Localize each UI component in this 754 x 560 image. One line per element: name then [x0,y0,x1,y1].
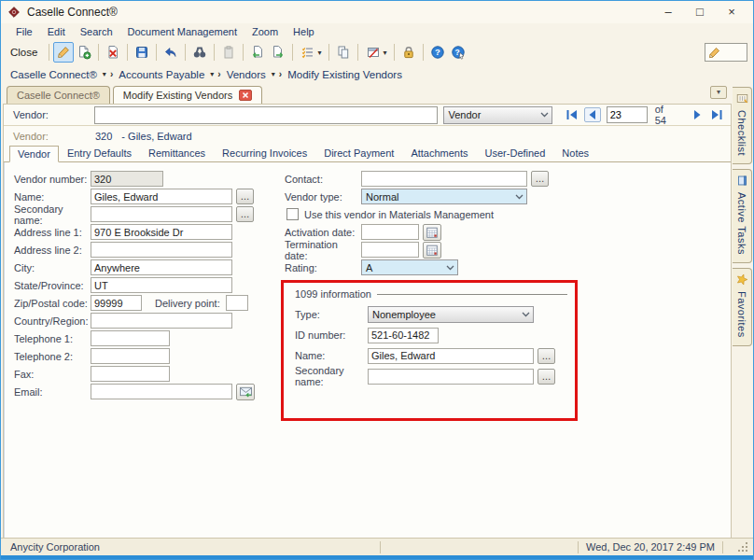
import-icon[interactable] [247,42,268,63]
contact-lookup-button[interactable]: … [531,171,549,187]
address-line1-input[interactable] [91,224,232,240]
copy-icon[interactable] [333,42,354,63]
minimize-button[interactable]: – [652,3,684,21]
search-field-selector[interactable]: Vendor [443,106,552,124]
email-icon [239,385,253,398]
telephone1-input[interactable] [91,330,170,346]
chevron-down-icon[interactable]: ▾ [210,70,214,78]
chevron-down-icon[interactable]: ▾ [272,70,275,78]
termination-date-input[interactable] [361,242,419,258]
vendor-form: Vendor number: Name: … Secondary name: …… [4,162,731,539]
breadcrumb-home[interactable]: Caselle Connect® [10,69,97,80]
menu-help[interactable]: Help [286,25,322,38]
tab-modify-existing-vendors[interactable]: Modify Existing Vendors [113,86,262,104]
chevron-down-icon[interactable]: ▾ [103,70,106,78]
tab-vendor[interactable]: Vendor [9,146,59,162]
secondary-name-lookup-button[interactable]: … [236,206,254,222]
maximize-button[interactable]: □ [684,3,716,21]
record-position-input[interactable] [607,106,648,123]
next-record-icon[interactable] [689,107,705,122]
task-list-icon[interactable]: ▾ [297,42,325,63]
name-lookup-button[interactable]: … [236,189,254,204]
activation-date-input[interactable] [361,224,419,240]
sidebar-tab-active-tasks[interactable]: Active Tasks [733,169,752,263]
new-record-icon[interactable] [74,42,94,63]
fax-input[interactable] [91,366,170,382]
activation-date-picker-button[interactable] [423,224,441,241]
tab-entry-defaults[interactable]: Entry Defaults [59,145,140,161]
1099-id-number-input[interactable] [368,328,439,343]
previous-record-icon[interactable] [584,107,601,122]
tab-direct-payment[interactable]: Direct Payment [315,145,402,161]
secondary-name-input[interactable] [91,206,232,222]
send-email-button[interactable] [236,384,255,400]
contact-input[interactable] [361,171,527,187]
tab-notes[interactable]: Notes [553,145,597,161]
sidebar-tab-label: Checklist [736,110,747,156]
materials-management-checkbox[interactable] [286,208,299,220]
menu-edit[interactable]: Edit [40,25,73,38]
first-record-icon[interactable] [564,107,580,122]
close-window-button[interactable]: × [716,3,747,21]
undo-icon[interactable] [161,42,181,63]
menu-file[interactable]: File [8,25,40,38]
sidebar-tab-favorites[interactable]: Favorites [733,268,752,346]
1099-name-input[interactable] [368,348,534,364]
1099-name-lookup-button[interactable]: … [538,348,555,364]
delete-record-icon[interactable] [103,42,123,63]
breadcrumb: Caselle Connect® ▾ › Accounts Payable ▾ … [1,64,753,84]
sidebar-tab-checklist[interactable]: Checklist [733,87,752,164]
menu-search[interactable]: Search [73,25,120,38]
1099-secondary-name-input[interactable] [368,369,534,385]
city-input[interactable] [91,259,232,275]
menu-zoom[interactable]: Zoom [244,25,286,38]
country-region-input[interactable] [91,313,232,329]
last-record-icon[interactable] [708,107,725,122]
security-lock-icon[interactable] [398,42,419,63]
panel-menu-button[interactable]: ▾ [710,86,727,99]
app-window: Caselle Connect® – □ × File Edit Search … [0,0,754,560]
tab-caselle-connect[interactable]: Caselle Connect® [7,86,110,104]
zip-postal-code-input[interactable] [91,295,142,311]
1099-secondary-name-lookup-button[interactable]: … [538,369,555,385]
help-icon[interactable]: ? [427,42,448,63]
tab-remittances[interactable]: Remittances [140,145,214,161]
whats-this-help-icon[interactable]: ? [448,42,468,63]
breadcrumb-accounts-payable[interactable]: Accounts Payable [119,69,204,80]
status-company: Anycity Corporation [7,541,100,553]
termination-date-picker-button[interactable] [423,242,441,259]
tab-recurring-invoices[interactable]: Recurring Invoices [214,145,315,161]
save-icon[interactable] [132,42,152,63]
breadcrumb-vendors[interactable]: Vendors [227,69,266,80]
edit-icon[interactable] [53,42,74,63]
toolbar-separator [328,44,329,61]
vendor-search-input[interactable] [94,106,438,124]
vendor-type-select[interactable]: Normal [361,189,527,204]
name-input[interactable] [91,189,232,204]
selected-option: Nonemployee [372,309,436,320]
state-province-input[interactable] [91,277,232,293]
tab-user-defined[interactable]: User-Defined [477,145,554,161]
selected-option: Normal [366,191,398,203]
window-list-icon[interactable]: ▾ [362,42,390,63]
tab-attachments[interactable]: Attachments [402,145,476,161]
close-tab-icon[interactable] [239,90,252,101]
close-button[interactable]: Close [7,45,45,61]
1099-type-select[interactable]: Nonemployee [368,306,534,323]
email-label: Email: [14,386,91,398]
resize-grip[interactable] [738,542,747,552]
telephone2-input[interactable] [91,348,170,364]
menu-document-management[interactable]: Document Management [120,25,244,38]
delivery-point-input[interactable] [226,295,248,311]
email-input[interactable] [91,384,232,399]
quick-edit-box[interactable] [705,43,747,62]
rating-select[interactable]: A [361,259,458,275]
main-panel: Vendor: Vendor of 54 [3,104,732,539]
address-line2-input[interactable] [91,242,232,258]
export-icon[interactable] [268,42,288,63]
record-navigator: of 54 [562,104,727,126]
toolbar-separator [214,44,215,61]
delivery-point-label: Delivery point: [155,298,226,309]
current-record-header: Vendor: 320 - Giles, Edward [4,129,731,143]
find-icon[interactable] [189,42,210,63]
